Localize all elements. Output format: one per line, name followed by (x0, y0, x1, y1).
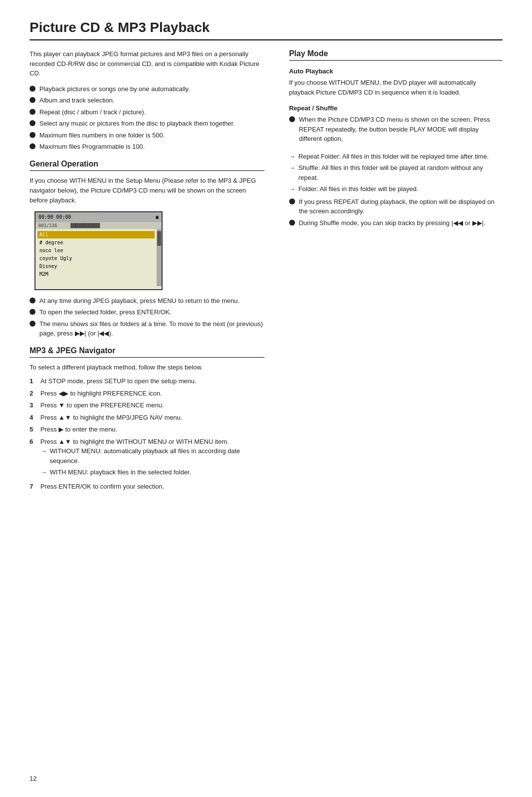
step-arrow-item: →WITH MENU: playback files in the select… (40, 467, 265, 477)
step-text: Press ◀▶ to highlight PREFERENCE icon. (40, 390, 162, 397)
step-number: 4 (30, 413, 40, 423)
repeat-bullet-text: During Shuffle mode, you can skip tracks… (299, 218, 486, 228)
step-item: 1At STOP mode, press SETUP to open the s… (30, 376, 265, 386)
screen-scrollbar-thumb (157, 231, 161, 246)
auto-playback-subtitle: Auto Playback (289, 67, 502, 75)
features-list: Playback pictures or songs one by one au… (30, 84, 265, 152)
step-item: 6Press ▲▼ to highlight the WITHOUT MENU … (30, 437, 265, 479)
step-text: Press ▲▼ to highlight the WITHOUT MENU o… (40, 438, 229, 445)
arrow-icon: → (40, 467, 47, 477)
step-text: At STOP mode, press SETUP to open the se… (40, 377, 197, 385)
step-item: 3Press ▼ to open the PREFERENCE menu. (30, 400, 265, 410)
bullet-icon (289, 220, 295, 226)
screen-list-item: M2M (37, 270, 155, 278)
screen-counter: 001/116 ▓▓▓▓▓▓▓▓▓▓▓ (35, 222, 162, 229)
step-item: 2Press ◀▶ to highlight PREFERENCE icon. (30, 389, 265, 398)
arrow-icon: → (289, 163, 296, 173)
general-operation-bullets: At any time during JPEG playback, press … (30, 296, 265, 338)
step-text: Press ENTER/OK to confirm your selection… (40, 483, 164, 490)
repeat-bullet-item: During Shuffle mode, you can skip tracks… (289, 218, 502, 228)
bullet-icon (30, 321, 35, 327)
feature-item: Select any music or pictures from the di… (30, 119, 265, 129)
feature-item: Album and track selection. (30, 96, 265, 105)
arrow-icon: → (289, 152, 296, 162)
arrow-text: WITHOUT MENU: automatically playback all… (50, 446, 265, 465)
step-number: 3 (30, 400, 40, 410)
mp3-jpeg-title: MP3 & JPEG Navigator (30, 346, 265, 358)
bullet-icon (30, 132, 35, 138)
bullet-icon (289, 199, 295, 204)
general-operation-title: General Operation (30, 160, 265, 171)
bullet-icon (289, 116, 295, 122)
repeat-bullets: If you press REPEAT during playback, the… (289, 197, 502, 228)
screen-scrollbar (157, 229, 162, 286)
bullet-icon (30, 298, 35, 303)
repeat-arrow-item: →Folder: All files in this folder will b… (289, 184, 502, 194)
screen-list-item: coyote Ugly (37, 255, 155, 262)
intro-text: This player can playback JPEG format pic… (30, 49, 265, 78)
repeat-shuffle-list: When the Picture CD/MP3 CD menu is shown… (289, 115, 502, 144)
arrow-text: Repeat Folder: All files in this folder … (299, 152, 489, 162)
right-column: Play Mode Auto Playback If you choose WI… (284, 49, 502, 494)
repeat-bullet-item: If you press REPEAT during playback, the… (289, 197, 502, 216)
repeat-shuffle-intro-item: When the Picture CD/MP3 CD menu is shown… (289, 115, 502, 144)
screen-list: All # degree noco lee coyote Ugly Disney… (35, 229, 157, 286)
step-item: 5Press ▶ to enter the menu. (30, 425, 265, 434)
feature-item: Maximum files Programmable is 100. (30, 142, 265, 152)
bullet-icon (30, 97, 35, 103)
screen-content: All # degree noco lee coyote Ugly Disney… (35, 229, 162, 286)
screen-simulation: 00:00 00:00 ▣ 001/116 ▓▓▓▓▓▓▓▓▓▓▓ All # … (34, 211, 163, 290)
arrow-text: Shuffle: All files in this folder will b… (299, 163, 502, 182)
left-column: This player can playback JPEG format pic… (30, 49, 265, 494)
step-number: 6 (30, 437, 40, 447)
step-number: 7 (30, 482, 40, 492)
bullet-icon (30, 309, 35, 315)
mp3-jpeg-intro: To select a different playback method, f… (30, 363, 265, 372)
repeat-shuffle-subtitle: Repeat / Shuffle (289, 104, 502, 112)
screen-list-item: # degree (37, 239, 155, 246)
arrow-icon: → (289, 184, 296, 194)
repeat-bullet-text: If you press REPEAT during playback, the… (299, 197, 502, 216)
bullet-icon (30, 120, 35, 126)
screen-list-item: noco lee (37, 247, 155, 254)
arrow-text: Folder: All files in this folder will be… (299, 184, 419, 194)
step-number: 2 (30, 389, 40, 398)
repeat-arrows: →Repeat Folder: All files in this folder… (289, 152, 502, 194)
page-number: 12 (30, 775, 36, 782)
step-text: Press ▶ to enter the menu. (40, 426, 117, 433)
screen-topbar: 00:00 00:00 ▣ (35, 212, 162, 222)
screen-icon: ▣ (156, 214, 159, 220)
bullet-icon (30, 143, 35, 149)
general-operation-body: If you choose WITH MENU in the Setup Men… (30, 176, 265, 205)
feature-item: Playback pictures or songs one by one au… (30, 84, 265, 94)
step-arrow-item: →WITHOUT MENU: automatically playback al… (40, 446, 265, 465)
step-number: 5 (30, 425, 40, 434)
bullet-icon (30, 109, 35, 115)
auto-playback-text: If you choose WITHOUT MENU, the DVD play… (289, 78, 502, 98)
step-item: 7Press ENTER/OK to confirm your selectio… (30, 482, 265, 492)
screen-timer: 00:00 00:00 (38, 214, 71, 220)
arrow-icon: → (40, 446, 47, 456)
step-text: Press ▲▼ to highlight the MP3/JPEG NAV m… (40, 414, 182, 421)
bullet-icon (30, 86, 35, 92)
feature-item: Repeat (disc / album / track / picture). (30, 107, 265, 117)
steps-list: 1At STOP mode, press SETUP to open the s… (30, 376, 265, 491)
step-number: 1 (30, 376, 40, 386)
repeat-arrow-item: →Shuffle: All files in this folder will … (289, 163, 502, 182)
page-title: Picture CD & MP3 Playback (30, 20, 502, 40)
step-text: Press ▼ to open the PREFERENCE menu. (40, 401, 164, 409)
step-item: 4Press ▲▼ to highlight the MP3/JPEG NAV … (30, 413, 265, 423)
screen-list-item: All (37, 231, 155, 238)
repeat-shuffle-intro: When the Picture CD/MP3 CD menu is shown… (299, 115, 502, 144)
go-bullet-item: At any time during JPEG playback, press … (30, 296, 265, 306)
play-mode-title: Play Mode (289, 49, 502, 61)
arrow-text: WITH MENU: playback files in the selecte… (50, 467, 191, 477)
repeat-arrow-item: →Repeat Folder: All files in this folder… (289, 152, 502, 162)
feature-item: Maximum files numbers in one folder is 5… (30, 131, 265, 140)
go-bullet-item: To open the selected folder, press ENTER… (30, 307, 265, 317)
go-bullet-item: The menu shows six files or folders at a… (30, 319, 265, 338)
screen-list-item: Disney (37, 263, 155, 270)
